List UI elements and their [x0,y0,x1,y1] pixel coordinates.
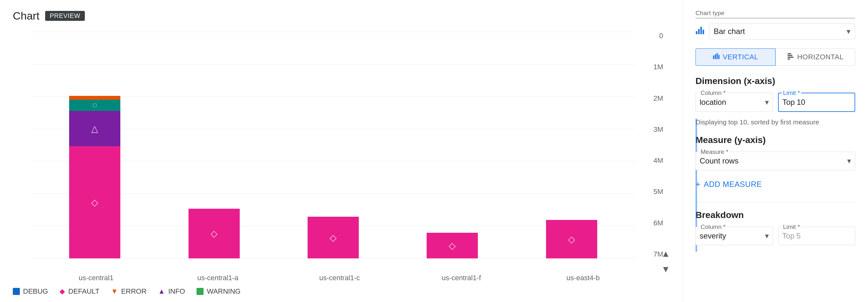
bar-stack: ◇ △ □ [69,96,120,258]
legend-info: ▲ INFO [158,287,185,296]
bar-stack: ◇ [427,233,478,258]
dimension-field-row: Column * location ▾ Limit * Top [695,93,855,112]
chart-header: Chart PREVIEW [13,10,670,22]
legend-error: ▼ ERROR [111,287,147,296]
column-chevron-down-icon: ▾ [765,98,769,107]
y-axis: 7M 6M 5M 4M 3M 2M 1M 0 [638,32,670,258]
bar-group: ◇ [402,32,502,258]
horizontal-button[interactable]: HORIZONTAL [775,48,856,66]
legend-warning: WARNING [196,287,241,296]
diamond-icon: ◇ [211,228,218,239]
chevron-down-icon: ▾ [846,27,850,36]
vertical-icon [712,53,719,61]
legend-label-info: INFO [168,287,185,296]
limit-input[interactable] [797,98,813,107]
column-value: location [700,98,726,107]
add-measure-button[interactable]: + ADD MEASURE [695,177,855,192]
chart-title: Chart [13,10,39,22]
svg-rect-0 [696,31,698,34]
x-label-us-central1-f: us-central1-f [410,274,513,282]
legend-default: ◆ DEFAULT [60,287,99,296]
bar-group: ◇ [164,32,264,258]
y-label: 4M [653,157,663,165]
legend-label-error: ERROR [121,287,146,296]
legend-color-debug [13,288,20,295]
chart-type-row: Bar chart ▾ [695,23,855,39]
bar-segment-info: △ [69,111,120,146]
svg-rect-10 [788,57,794,58]
x-label-us-central1-a: us-central1-a [166,274,269,282]
breakdown-column-value: severity [700,231,726,241]
breakdown-limit-value: 5 [796,231,801,241]
svg-rect-6 [717,53,718,59]
y-label: 2M [653,94,663,103]
chart-area: Chart PREVIEW 7M 6M 5M 4M 3M [0,0,682,302]
y-label: 6M [653,219,663,227]
bar-stack: ◇ [546,220,597,258]
measure-field-group: Measure * Count rows ▾ [695,152,855,170]
limit-field-label: Limit * [782,89,801,97]
bar-stack: ◇ [308,217,359,258]
triangle-icon: △ [91,123,98,134]
y-label: 0 [659,32,663,40]
bar-segment-default: ◇ [427,233,478,258]
bar-stack: ◇ [188,209,240,258]
chart-type-section-label: Chart type [695,10,855,18]
breakdown-top-prefix: Top [782,231,795,241]
breakdown-section-title: Breakdown [695,210,855,220]
diamond-icon: ◇ [330,232,337,243]
svg-rect-11 [788,58,790,60]
triangle-down-legend-icon: ▼ [111,287,118,296]
diamond-icon: ◇ [449,241,456,251]
chart-type-value: Bar chart [714,27,745,36]
chart-legend: DEBUG ◆ DEFAULT ▼ ERROR ▲ INFO WARNING [13,287,670,296]
measure-section-title: Measure (y-axis) [695,135,855,145]
x-label-us-central1-c: us-central1-c [288,274,391,282]
measure-field-row: Measure * Count rows ▾ [695,152,855,170]
y-label: 5M [653,188,663,196]
diamond-icon: ◇ [568,234,575,245]
chart-container: 7M 6M 5M 4M 3M 2M 1M 0 ◇ [13,32,670,296]
bars-area: ◇ △ □ [32,32,634,258]
dimension-section-title: Dimension (x-axis) [695,76,855,86]
breakdown-limit-label: Limit * [782,223,801,230]
vertical-label: VERTICAL [723,53,758,61]
breakdown-limit-field-group: Limit * Top 5 [778,227,856,245]
limit-field-group: Limit * Top [778,93,856,112]
chart-type-dropdown[interactable]: Bar chart ▾ [709,23,855,39]
measure-value: Count rows [700,157,738,165]
x-label-us-central1: us-central1 [45,274,147,282]
x-label-us-east4-b: us-east4-b [532,274,634,282]
diamond-legend-icon: ◆ [60,287,65,296]
breakdown-chevron-down-icon: ▾ [765,231,769,241]
horizontal-icon [787,53,794,61]
right-panel: Chart type Bar chart ▾ VERTICAL [682,0,868,302]
svg-rect-2 [700,27,702,34]
diamond-icon: ◇ [91,197,98,208]
preview-badge: PREVIEW [45,11,85,21]
breakdown-field-row: Column * severity ▾ Limit * Top 5 [695,227,855,245]
y-label: 3M [653,125,663,134]
breakdown-column-field-group: Column * severity ▾ [695,227,773,245]
bar-group: ◇ [522,32,622,258]
bar-segment-default: ◇ [308,217,359,258]
column-field-label: Column * [699,89,727,97]
measure-chevron-down-icon: ▾ [847,157,851,165]
square-icon: □ [93,102,97,109]
dimension-hint-text: Displaying top 10, sorted by first measu… [695,118,855,126]
bar-group: ◇ [283,32,383,258]
bar-segment-default: ◇ [188,209,240,258]
top-prefix: Top [782,98,795,107]
legend-label-default: DEFAULT [68,287,99,296]
svg-rect-4 [713,55,714,59]
svg-rect-7 [718,55,719,59]
vertical-button[interactable]: VERTICAL [695,48,775,66]
svg-rect-8 [788,53,791,55]
orientation-row: VERTICAL HORIZONTAL [695,48,855,66]
scroll-up-arrow[interactable]: ▲ [659,247,673,261]
horizontal-label: HORIZONTAL [797,53,844,61]
svg-rect-9 [788,55,793,56]
scroll-down-arrow[interactable]: ▼ [659,262,673,276]
bar-segment-default: ◇ [69,146,120,258]
bar-chart-icon [695,26,705,37]
